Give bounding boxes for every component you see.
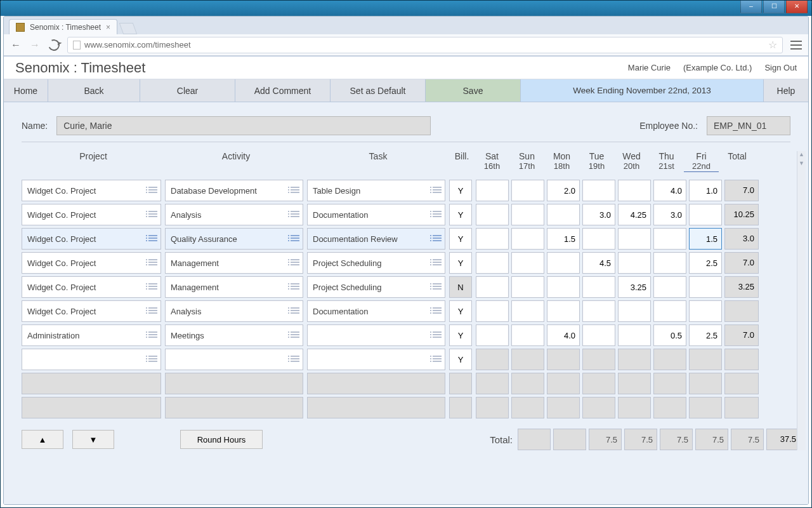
list-icon[interactable] [291,356,299,363]
nav-reload-icon[interactable] [46,37,61,52]
project-picker[interactable] [22,228,161,250]
hours-cell[interactable] [689,300,722,322]
task-picker[interactable] [307,180,445,201]
sign-out-link[interactable]: Sign Out [764,63,797,72]
hours-cell[interactable] [618,204,651,225]
hours-cell[interactable] [653,324,686,346]
list-icon[interactable] [433,211,442,218]
task-picker[interactable] [307,228,445,250]
hours-cell[interactable] [511,180,544,201]
hours-cell[interactable] [547,204,580,225]
list-icon[interactable] [148,211,157,218]
row-up-button[interactable]: ▲ [22,430,63,449]
list-icon[interactable] [148,331,157,339]
hours-cell[interactable] [476,252,509,274]
hours-cell[interactable] [511,228,544,250]
hours-cell[interactable] [511,324,544,346]
project-picker[interactable] [22,349,161,370]
os-close-button[interactable]: ✕ [786,1,808,13]
activity-picker[interactable] [165,204,303,225]
hours-cell[interactable] [618,324,651,346]
list-icon[interactable] [433,307,442,315]
list-icon[interactable] [148,235,157,243]
task-picker[interactable] [307,276,445,298]
project-picker[interactable] [22,300,161,322]
list-icon[interactable] [433,356,442,363]
hours-cell[interactable] [476,300,509,322]
browser-tab[interactable]: Senomix : Timesheet × [9,19,117,34]
hours-cell[interactable] [547,276,580,298]
hours-cell[interactable] [476,228,509,250]
nav-back-icon[interactable]: ← [10,39,22,51]
hours-cell[interactable] [618,276,651,298]
hours-cell[interactable] [689,204,722,225]
hours-cell[interactable] [547,349,580,370]
hours-cell[interactable] [582,300,615,322]
hours-cell[interactable] [689,324,722,346]
activity-picker[interactable] [165,349,303,370]
hours-cell[interactable] [476,349,509,370]
list-icon[interactable] [433,187,442,194]
activity-picker[interactable] [165,252,303,274]
hours-cell[interactable] [511,276,544,298]
list-icon[interactable] [148,307,157,315]
hours-cell[interactable] [618,180,651,201]
list-icon[interactable] [433,331,442,339]
activity-picker[interactable] [165,180,303,201]
hours-cell[interactable] [547,324,580,346]
hours-cell[interactable] [653,228,686,250]
billable-cell[interactable] [449,324,472,346]
activity-picker[interactable] [165,276,303,298]
hours-cell[interactable] [582,252,615,274]
hours-cell[interactable] [689,252,722,274]
tab-close-icon[interactable]: × [106,23,110,32]
billable-cell[interactable] [449,204,472,225]
activity-picker[interactable] [165,228,303,250]
billable-cell[interactable] [449,300,472,322]
hours-cell[interactable] [582,204,615,225]
set-default-button[interactable]: Set as Default [331,79,426,102]
list-icon[interactable] [291,307,299,315]
hours-cell[interactable] [689,276,722,298]
browser-menu-icon[interactable] [790,41,802,50]
list-icon[interactable] [148,356,157,363]
billable-cell[interactable] [449,180,472,201]
save-button[interactable]: Save [426,79,521,102]
os-minimize-button[interactable]: – [740,1,762,13]
help-button[interactable]: Help [764,79,808,102]
activity-picker[interactable] [165,300,303,322]
hours-cell[interactable] [689,180,722,201]
task-picker[interactable] [307,252,445,274]
project-picker[interactable] [22,204,161,225]
scroll-down-icon[interactable] [797,160,806,169]
hours-cell[interactable] [476,180,509,201]
task-picker[interactable] [307,300,445,322]
hours-cell[interactable] [547,180,580,201]
list-icon[interactable] [291,283,299,291]
list-icon[interactable] [291,259,299,267]
hours-cell[interactable] [653,204,686,225]
list-icon[interactable] [291,235,299,243]
project-picker[interactable] [22,324,161,346]
hours-cell[interactable] [618,228,651,250]
clear-button[interactable]: Clear [140,79,235,102]
hours-cell[interactable] [582,180,615,201]
hours-cell[interactable] [476,324,509,346]
hours-cell[interactable] [653,276,686,298]
hours-cell[interactable] [511,300,544,322]
hours-cell[interactable] [511,349,544,370]
list-icon[interactable] [433,283,442,291]
employee-no-field[interactable]: EMP_MN_01 [707,116,790,135]
list-icon[interactable] [148,283,157,291]
hours-cell[interactable] [653,252,686,274]
hours-cell[interactable] [582,349,615,370]
billable-cell[interactable] [449,349,472,370]
billable-cell[interactable] [449,252,472,274]
grid-scrollbar[interactable] [797,151,806,450]
project-picker[interactable] [22,252,161,274]
list-icon[interactable] [291,211,299,218]
task-picker[interactable] [307,204,445,225]
task-picker[interactable] [307,324,445,346]
nav-forward-icon[interactable]: → [29,39,41,51]
hours-cell[interactable] [582,276,615,298]
